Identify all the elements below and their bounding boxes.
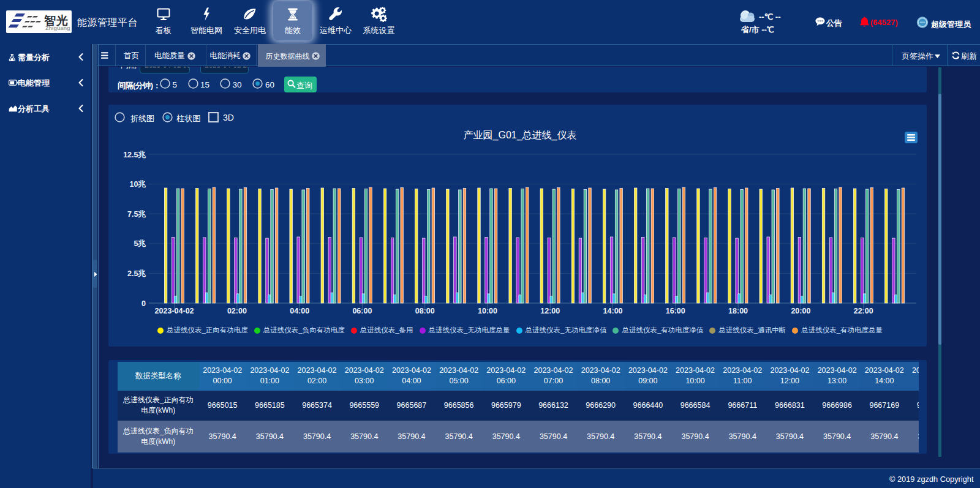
svg-text:12.5兆: 12.5兆	[123, 151, 146, 159]
svg-text:0: 0	[141, 299, 146, 308]
svg-text:7.5兆: 7.5兆	[127, 210, 146, 219]
svg-text:10兆: 10兆	[130, 180, 146, 189]
svg-text:5兆: 5兆	[134, 239, 146, 248]
svg-text:2.5兆: 2.5兆	[127, 269, 146, 278]
